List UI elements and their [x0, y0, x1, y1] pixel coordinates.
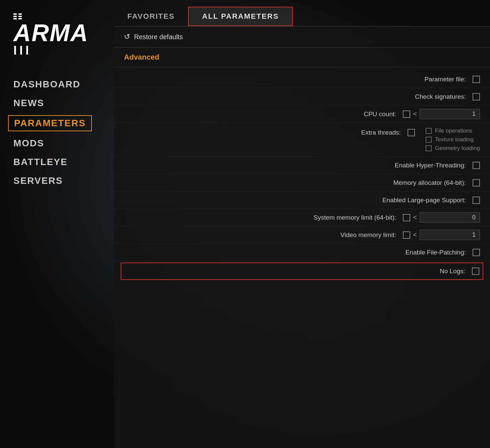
param-label-video-memory: Video memory limit: — [124, 231, 403, 239]
sub-option-geometry-loading: Geometry loading — [426, 145, 480, 152]
param-row-extra-threads: Extra threads: File operations Texture l… — [114, 123, 490, 157]
sidebar-nav: DASHBOARD NEWS PARAMETERS MODS BATTLEYE … — [13, 78, 114, 188]
restore-icon: ↺ — [124, 32, 130, 41]
tab-all-parameters[interactable]: ALL PARAMETERS — [188, 7, 293, 26]
logo-main: ARMA — [13, 21, 88, 45]
param-checkbox-check-signatures[interactable] — [473, 93, 480, 100]
extra-threads-sub-options: File operations Texture loading Geometry… — [426, 128, 480, 152]
sub-label-file-operations: File operations — [435, 128, 473, 134]
sub-label-texture-loading: Texture loading — [435, 136, 474, 143]
param-row-hyperthreading: Enable Hyper-Threading: — [114, 157, 490, 174]
param-label-memory-allocator: Memory allocator (64-bit): — [124, 179, 473, 186]
parameters-panel: ↺ Restore defaults Advanced Parameter fi… — [114, 26, 490, 448]
restore-defaults-label: Restore defaults — [134, 33, 183, 41]
cpu-count-value: 1 — [420, 109, 480, 119]
sidebar: ARMA III DASHBOARD NEWS PARAMETERS MODS … — [0, 0, 114, 448]
param-label-system-memory: System memory limit (64-bit): — [124, 214, 403, 221]
param-row-memory-allocator: Memory allocator (64-bit): — [114, 174, 490, 192]
restore-defaults-row[interactable]: ↺ Restore defaults — [114, 26, 490, 48]
sub-checkbox-file-operations[interactable] — [426, 128, 432, 134]
param-row-video-memory: Video memory limit: < 1 — [114, 226, 490, 244]
tabs-row: FAVORITES ALL PARAMETERS — [114, 7, 490, 26]
param-checkbox-hyperthreading[interactable] — [473, 162, 480, 169]
param-checkbox-no-logs[interactable] — [472, 268, 479, 275]
param-label-file-patching: Enable File-Patching: — [124, 249, 473, 256]
logo-area: ARMA III — [13, 13, 114, 58]
logo-roman: III — [13, 44, 32, 58]
param-row-cpu-count: CPU count: < 1 — [114, 105, 490, 123]
sub-option-file-operations: File operations — [426, 128, 480, 134]
param-right-system-memory: < 0 — [403, 212, 480, 223]
params-list: Parameter file: Check signatures: CPU co… — [114, 67, 490, 285]
param-label-check-signatures: Check signatures: — [124, 93, 473, 100]
param-row-check-signatures: Check signatures: — [114, 88, 490, 105]
param-checkbox-video-memory[interactable] — [403, 231, 410, 239]
sub-checkbox-geometry-loading[interactable] — [426, 145, 432, 151]
param-row-file-patching: Enable File-Patching: — [114, 244, 490, 261]
param-row-large-page: Enabled Large-page Support: — [114, 192, 490, 209]
param-label-parameter-file: Parameter file: — [124, 76, 473, 83]
param-label-large-page: Enabled Large-page Support: — [124, 197, 473, 204]
param-checkbox-memory-allocator[interactable] — [473, 179, 480, 186]
param-row-parameter-file: Parameter file: — [114, 71, 490, 88]
param-label-extra-threads: Extra threads: — [124, 128, 408, 136]
param-checkbox-parameter-file[interactable] — [473, 76, 480, 83]
app-layout: ARMA III DASHBOARD NEWS PARAMETERS MODS … — [0, 0, 490, 448]
sidebar-item-battleye[interactable]: BATTLEYE — [13, 155, 114, 169]
param-right-cpu-count: < 1 — [403, 109, 480, 119]
param-checkbox-extra-threads[interactable] — [408, 129, 415, 136]
sidebar-item-dashboard[interactable]: DASHBOARD — [13, 78, 114, 91]
param-checkbox-system-memory[interactable] — [403, 214, 410, 221]
param-label-no-logs: No Logs: — [125, 268, 472, 275]
main-content: FAVORITES ALL PARAMETERS ↺ Restore defau… — [114, 0, 490, 448]
param-label-hyperthreading: Enable Hyper-Threading: — [124, 162, 473, 169]
video-memory-left-arrow[interactable]: < — [410, 230, 420, 240]
sub-checkbox-texture-loading[interactable] — [426, 137, 432, 143]
param-right-video-memory: < 1 — [403, 230, 480, 240]
section-advanced-header: Advanced — [114, 48, 490, 67]
system-memory-left-arrow[interactable]: < — [410, 212, 420, 223]
sidebar-item-parameters[interactable]: PARAMETERS — [8, 115, 92, 131]
system-memory-value: 0 — [420, 212, 480, 223]
param-row-system-memory: System memory limit (64-bit): < 0 — [114, 209, 490, 226]
param-row-no-logs: No Logs: — [121, 263, 483, 280]
sidebar-item-news[interactable]: NEWS — [13, 96, 114, 110]
tab-favorites[interactable]: FAVORITES — [114, 7, 188, 26]
param-checkbox-cpu-count[interactable] — [403, 110, 410, 118]
video-memory-value: 1 — [420, 230, 480, 240]
sub-label-geometry-loading: Geometry loading — [435, 145, 480, 152]
sidebar-item-servers[interactable]: SERVERS — [13, 174, 114, 188]
param-label-cpu-count: CPU count: — [124, 110, 403, 118]
sidebar-item-mods[interactable]: MODS — [13, 137, 114, 150]
cpu-count-left-arrow[interactable]: < — [410, 109, 420, 119]
sub-option-texture-loading: Texture loading — [426, 136, 480, 143]
param-checkbox-file-patching[interactable] — [473, 249, 480, 256]
param-checkbox-large-page[interactable] — [473, 197, 480, 204]
